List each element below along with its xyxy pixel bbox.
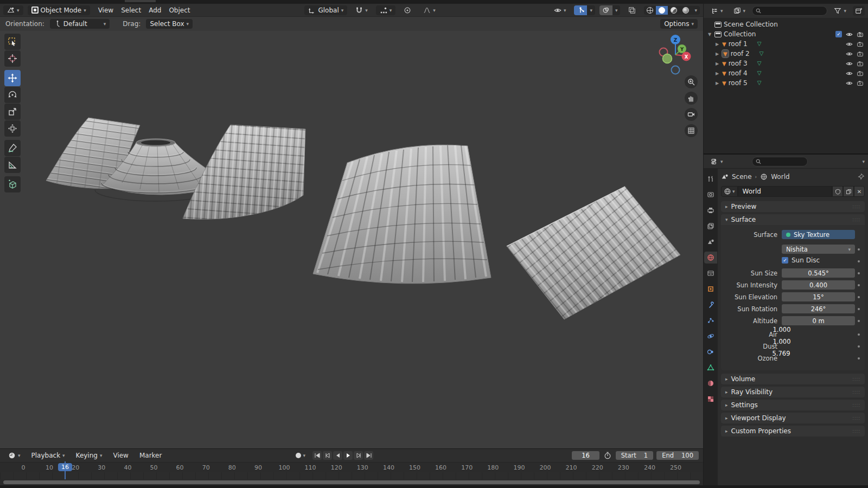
workspace-tab[interactable]: Animation	[372, 0, 413, 2]
new-copy-button[interactable]	[843, 186, 854, 197]
drag-setting-dropdown[interactable]: Select Box ▾	[146, 19, 193, 29]
animate-dot[interactable]	[855, 248, 863, 251]
fake-user-button[interactable]	[832, 186, 843, 197]
tool-transform[interactable]	[4, 120, 21, 137]
collapsed-panel-header[interactable]: ▸ Ray Visibility ::::	[721, 387, 865, 397]
expand-icon[interactable]: ▶	[714, 81, 720, 86]
timeline-menu-playback[interactable]: Playback ▾	[28, 451, 69, 460]
camera-visibility-icon[interactable]	[857, 50, 864, 57]
surface-panel-header[interactable]: ▾ Surface ::::	[721, 214, 865, 225]
editor-type-button[interactable]: ▾	[3, 5, 23, 15]
eye-icon[interactable]	[846, 41, 853, 48]
tab-texture[interactable]	[704, 393, 717, 405]
camera-visibility-icon[interactable]	[857, 80, 864, 87]
tab-modifiers[interactable]	[704, 299, 717, 311]
prev-keyframe-button[interactable]	[323, 451, 332, 460]
scrollbar-thumb[interactable]	[3, 480, 700, 484]
animate-dot[interactable]	[855, 320, 863, 322]
animate-dot[interactable]	[855, 345, 863, 348]
collapsed-panel-header[interactable]: ▸ Viewport Display ::::	[721, 413, 865, 423]
pan-button[interactable]	[685, 92, 698, 105]
tab-constraints[interactable]	[704, 346, 717, 358]
workspace-tab[interactable]: Layout	[125, 0, 156, 2]
show-overlays-button[interactable]	[599, 5, 612, 15]
animate-dot[interactable]	[855, 272, 863, 274]
workspace-tab[interactable]: Compositing	[459, 0, 507, 2]
timeline-editor-type-button[interactable]: ▾	[4, 451, 24, 460]
object-row[interactable]: ▶ ▼ roof 4 ▽	[707, 68, 868, 78]
eye-icon[interactable]	[846, 31, 853, 38]
property-value-field[interactable]: 246°	[782, 304, 855, 313]
panel-grip-icon[interactable]: ::::	[852, 204, 860, 209]
viewport-menu-item[interactable]: Add	[145, 5, 165, 15]
gizmo-minus-z-axis[interactable]	[672, 66, 680, 74]
shading-rendered-button[interactable]	[680, 6, 692, 15]
zoom-button[interactable]	[685, 75, 698, 88]
property-value-field[interactable]: 0.400	[782, 280, 855, 290]
animate-dot[interactable]	[855, 333, 863, 336]
eye-icon[interactable]	[846, 80, 853, 87]
camera-view-button[interactable]	[685, 108, 698, 121]
shading-dropdown[interactable]: ▾	[692, 6, 700, 15]
panel-grip-icon[interactable]: ::::	[852, 390, 860, 395]
workspace-tab[interactable]: Rendering	[416, 0, 457, 2]
tab-scene[interactable]	[704, 236, 717, 248]
workspace-tab[interactable]: Geometry Nodes	[509, 0, 571, 2]
tool-rotate[interactable]	[4, 87, 21, 103]
frame-end-field[interactable]: End100	[656, 451, 699, 460]
viewport-canvas[interactable]: Z Y X	[0, 31, 703, 448]
falloff-dropdown[interactable]: ▾	[419, 5, 439, 15]
expand-icon[interactable]: ▶	[714, 42, 720, 47]
world-name-field[interactable]: World	[738, 186, 832, 197]
timeline-ruler[interactable]: 0102030405060708090100110120130140150160…	[0, 462, 703, 473]
tab-world[interactable]	[704, 252, 717, 264]
timeline-menu-marker[interactable]: Marker	[136, 451, 165, 460]
animate-dot[interactable]	[855, 260, 863, 262]
orientation-setting-dropdown[interactable]: Default ▾	[50, 19, 110, 29]
eye-icon[interactable]	[846, 70, 853, 77]
unlink-button[interactable]: ✕	[854, 186, 865, 197]
expand-icon[interactable]: ▶	[714, 71, 720, 76]
current-frame-indicator[interactable]: 16	[58, 463, 72, 471]
tool-add-cube[interactable]	[4, 176, 21, 192]
overlays-dropdown[interactable]: ▾	[612, 5, 621, 15]
navigation-gizmo[interactable]: Z Y X	[654, 33, 695, 76]
xray-toggle-button[interactable]	[624, 5, 640, 15]
property-value-field[interactable]: 15°	[782, 292, 855, 301]
outliner-search-input[interactable]	[752, 6, 827, 16]
options-dropdown[interactable]: Options ▾	[660, 19, 698, 29]
panel-grip-icon[interactable]: ::::	[852, 416, 860, 421]
tab-collection[interactable]	[704, 267, 717, 279]
animate-dot[interactable]	[855, 357, 863, 359]
viewport-menu-item[interactable]: Object	[165, 5, 194, 15]
tool-cursor[interactable]	[4, 50, 21, 67]
properties-editor-type-button[interactable]: ▾	[707, 157, 727, 166]
sun-disc-checkbox[interactable]: ✓	[782, 257, 788, 264]
collapsed-panel-header[interactable]: ▸ Settings ::::	[721, 400, 865, 410]
snap-dropdown[interactable]: ▾	[352, 5, 372, 15]
workspace-tab[interactable]: Shading	[335, 0, 370, 2]
eye-icon[interactable]	[846, 60, 853, 67]
jump-to-start-button[interactable]	[312, 451, 322, 460]
gizmo-minus-y-axis[interactable]	[663, 54, 672, 63]
tab-output[interactable]	[704, 204, 717, 216]
tab-physics[interactable]	[704, 330, 717, 342]
surface-shader-button[interactable]: Sky Texture	[782, 230, 855, 239]
panel-grip-icon[interactable]: ::::	[852, 217, 860, 222]
workspace-tab[interactable]: Sculpting	[198, 0, 237, 2]
visibility-dropdown[interactable]: ▾	[550, 5, 570, 15]
shading-solid-button[interactable]	[656, 6, 668, 15]
tool-select-box[interactable]	[4, 34, 21, 50]
camera-visibility-icon[interactable]	[857, 70, 864, 77]
panel-grip-icon[interactable]: ::::	[852, 403, 860, 408]
collapsed-panel-header[interactable]: ▸ Volume ::::	[721, 374, 865, 384]
tab-object[interactable]	[704, 283, 717, 295]
new-collection-button[interactable]	[853, 6, 865, 16]
display-mode-dropdown[interactable]: ▾	[730, 6, 750, 16]
breadcrumb-world[interactable]: World	[771, 173, 789, 181]
object-row[interactable]: ▶ ▼ roof 1 ▽	[707, 39, 868, 49]
jump-to-end-button[interactable]	[364, 451, 373, 460]
properties-search-input[interactable]	[752, 157, 808, 166]
timeline-scrollbar[interactable]	[0, 479, 703, 485]
next-keyframe-button[interactable]	[354, 451, 363, 460]
